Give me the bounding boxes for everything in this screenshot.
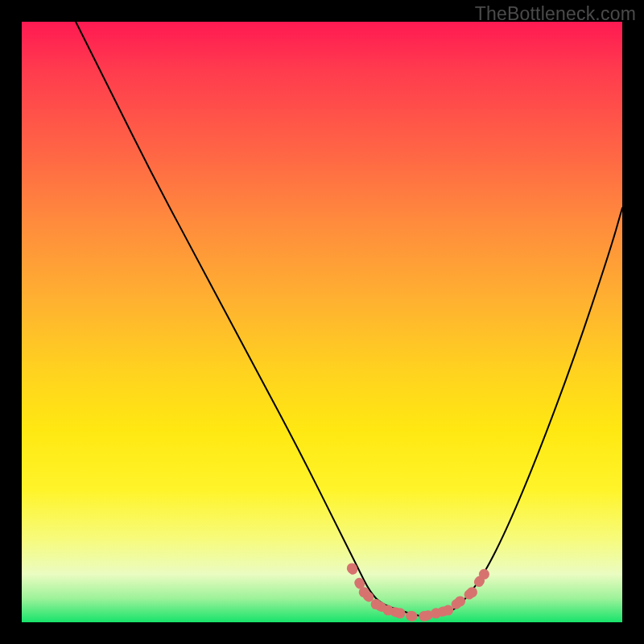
flat-marker-dot: [479, 569, 489, 580]
flat-marker-dot: [443, 605, 453, 616]
curve-layer: [22, 22, 622, 622]
flat-marker-dot: [347, 563, 357, 573]
flat-markers-group: [347, 563, 489, 621]
flat-marker-dot: [371, 599, 382, 609]
flat-marker-dot: [431, 608, 441, 618]
flat-marker-dot: [467, 587, 477, 597]
flat-marker-dot: [359, 587, 369, 597]
flat-marker-dot: [407, 611, 417, 621]
flat-marker-dot: [419, 611, 429, 621]
flat-marker-dot: [383, 605, 394, 616]
chart-frame: TheBottleneck.com: [0, 0, 644, 644]
flat-marker-dot: [395, 608, 406, 618]
flat-marker-dot: [455, 596, 465, 606]
bottleneck-curve-path: [76, 22, 622, 617]
plot-area: [22, 22, 622, 622]
